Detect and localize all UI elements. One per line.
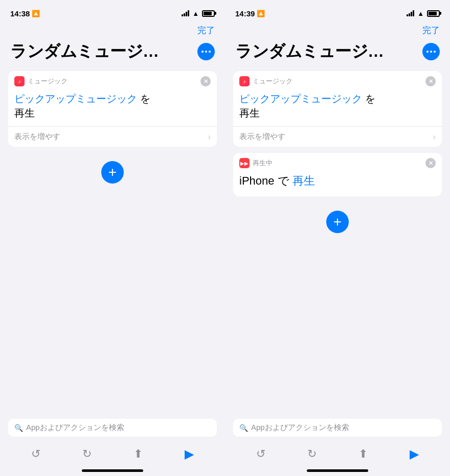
status-icons-right: ▲ — [407, 10, 440, 17]
play-button-right[interactable]: ▶ — [404, 444, 424, 464]
redo-icon-left: ↻ — [82, 447, 92, 461]
wifi-icon-right: ▲ — [417, 10, 424, 17]
footer-label-right: 表示を増やす — [239, 132, 285, 142]
home-indicator-right — [307, 469, 368, 472]
location-icon-right: 🔼 — [257, 10, 265, 17]
add-btn-container-left: + — [8, 153, 217, 192]
footer-label-left: 表示を増やす — [14, 132, 60, 142]
more-button-right[interactable] — [422, 43, 440, 60]
search-placeholder-left: Appおよびアクションを検索 — [26, 423, 124, 433]
card-footer-left[interactable]: 表示を増やす › — [8, 126, 217, 147]
playing-app-name-right: 再生中 — [253, 158, 273, 168]
status-time-left: 14:38 — [10, 9, 30, 18]
search-icon-left: 🔍 — [14, 424, 23, 432]
undo-button-left[interactable]: ↺ — [26, 444, 46, 464]
status-icons-left: ▲ — [182, 10, 215, 17]
playing-action-card-right: ▶▶ 再生中 ✕ iPhone で 再生 — [233, 153, 442, 196]
playing-middle-text-right: で — [275, 174, 292, 187]
play-icon-right: ▶ — [410, 447, 419, 461]
title-row-left: ランダムミュージ… — [0, 40, 225, 71]
more-dots-right — [426, 51, 436, 53]
card-header-right: ♪ ミュージック ✕ — [233, 71, 442, 89]
more-dots-left — [201, 51, 211, 53]
search-placeholder-right: Appおよびアクションを検索 — [251, 423, 349, 433]
iphone-link-right[interactable]: iPhone — [239, 174, 275, 187]
battery-icon-right — [427, 10, 440, 17]
share-button-right[interactable]: ⬆ — [353, 444, 373, 464]
share-button-left[interactable]: ⬆ — [128, 444, 148, 464]
signal-icon-left — [182, 10, 189, 16]
undo-icon-right: ↺ — [256, 447, 265, 461]
play-text-right[interactable]: 再生 — [292, 174, 315, 187]
playing-app-icon-right: ▶▶ — [239, 158, 250, 168]
bottom-bar-left: 🔍 Appおよびアクションを検索 — [0, 415, 225, 439]
wifi-icon-left: ▲ — [192, 10, 199, 17]
search-icon-right: 🔍 — [239, 424, 248, 432]
page-title-left: ランダムミュージ… — [10, 40, 159, 63]
undo-icon-left: ↺ — [31, 447, 40, 461]
signal-icon-right — [407, 10, 414, 16]
search-box-left[interactable]: 🔍 Appおよびアクションを検索 — [8, 419, 217, 437]
share-icon-right: ⬆ — [358, 447, 368, 461]
card-body-text1-left: を — [137, 93, 150, 104]
chevron-right-left: › — [208, 132, 211, 142]
redo-button-right[interactable]: ↻ — [302, 444, 322, 464]
undo-button-right[interactable]: ↺ — [251, 444, 271, 464]
panel-right: 14:39 🔼 ▲ 完了 ランダムミュージ… — [225, 0, 450, 476]
card-body-text1-right: を — [362, 93, 375, 104]
status-bar-right: 14:39 🔼 ▲ — [225, 0, 450, 22]
close-card-left[interactable]: ✕ — [200, 76, 211, 86]
title-row-right: ランダムミュージ… — [225, 40, 450, 71]
status-bar-left: 14:38 🔼 ▲ — [0, 0, 225, 22]
chevron-right-right: › — [433, 132, 436, 142]
card-app-info-left: ♪ ミュージック — [14, 76, 68, 86]
playing-card-header-right: ▶▶ 再生中 ✕ — [233, 153, 442, 171]
card-body-text2-right: 再生 — [239, 107, 260, 119]
status-time-right: 14:39 — [235, 9, 255, 18]
panel-left: 14:38 🔼 ▲ 完了 ランダムミュージ… — [0, 0, 225, 476]
music-app-icon-left: ♪ — [14, 76, 25, 86]
add-btn-container-right: + — [233, 202, 442, 241]
battery-icon-left — [202, 10, 215, 17]
done-button-left[interactable]: 完了 — [197, 25, 215, 36]
more-button-left[interactable] — [197, 43, 215, 60]
page-title-right: ランダムミュージ… — [235, 40, 384, 63]
bottom-bar-right: 🔍 Appおよびアクションを検索 — [225, 415, 450, 439]
music-app-name-right: ミュージック — [253, 77, 292, 86]
redo-icon-right: ↻ — [307, 447, 317, 461]
playing-card-body-right: iPhone で 再生 — [233, 171, 442, 196]
pickup-music-link-left[interactable]: ピックアップミュージック — [14, 93, 137, 104]
location-icon-left: 🔼 — [32, 10, 40, 17]
header-left: 完了 — [0, 22, 225, 40]
toolbar-left: ↺ ↻ ⬆ ▶ — [0, 439, 225, 467]
card-body-left: ピックアップミュージック を 再生 — [8, 89, 217, 126]
music-action-card-left: ♪ ミュージック ✕ ピックアップミュージック を 再生 表示を増やす › — [8, 71, 217, 147]
music-action-card-right: ♪ ミュージック ✕ ピックアップミュージック を 再生 表示を増やす › — [233, 71, 442, 147]
search-box-right[interactable]: 🔍 Appおよびアクションを検索 — [233, 419, 442, 437]
close-music-card-right[interactable]: ✕ — [425, 76, 436, 86]
card-body-text2-left: 再生 — [14, 107, 35, 119]
redo-button-left[interactable]: ↻ — [77, 444, 97, 464]
card-body-right: ピックアップミュージック を 再生 — [233, 89, 442, 126]
content-right: ♪ ミュージック ✕ ピックアップミュージック を 再生 表示を増やす › ▶▶ — [225, 71, 450, 415]
music-app-icon-right: ♪ — [239, 76, 250, 86]
pickup-music-link-right[interactable]: ピックアップミュージック — [239, 93, 362, 104]
header-right: 完了 — [225, 22, 450, 40]
close-playing-card-right[interactable]: ✕ — [425, 158, 436, 168]
share-icon-left: ⬆ — [133, 447, 143, 461]
toolbar-right: ↺ ↻ ⬆ ▶ — [225, 439, 450, 467]
card-header-left: ♪ ミュージック ✕ — [8, 71, 217, 89]
home-indicator-left — [82, 469, 143, 472]
playing-app-info-right: ▶▶ 再生中 — [239, 158, 273, 168]
done-button-right[interactable]: 完了 — [422, 25, 440, 36]
music-app-name-left: ミュージック — [28, 77, 68, 86]
card-footer-right[interactable]: 表示を増やす › — [233, 126, 442, 147]
card-app-info-right: ♪ ミュージック — [239, 76, 292, 86]
play-button-left[interactable]: ▶ — [179, 444, 199, 464]
add-action-button-left[interactable]: + — [101, 161, 124, 184]
play-icon-left: ▶ — [185, 447, 194, 461]
add-action-button-right[interactable]: + — [326, 211, 349, 233]
content-left: ♪ ミュージック ✕ ピックアップミュージック を 再生 表示を増やす › + — [0, 71, 225, 415]
